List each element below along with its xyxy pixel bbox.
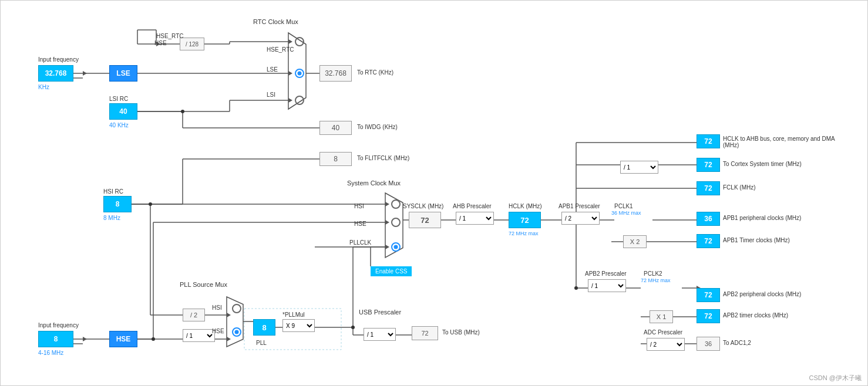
adc-val: 36 — [697, 337, 720, 351]
lsi-unit-label: 40 KHz — [109, 122, 129, 128]
fclk-val: 72 — [697, 181, 720, 195]
pll-hse-label: HSE — [212, 328, 224, 334]
apb1-periph-val: 36 — [697, 212, 720, 226]
hse-sys-mux-label: HSE — [354, 221, 366, 227]
adc-prescaler-label: ADC Prescaler — [644, 329, 682, 336]
apb1-prescaler-select[interactable]: / 2 — [561, 212, 600, 225]
main-container: RTC Clock Mux System Clock Mux PLL Sourc… — [0, 0, 868, 386]
apb2-prescaler-label: APB2 Prescaler — [585, 270, 627, 277]
ahb-prescaler-select[interactable]: / 1 — [456, 212, 494, 225]
to-iwdg-label: To IWDG (KHz) — [357, 124, 398, 130]
hclk-max-label: 72 MHz max — [509, 231, 539, 236]
adc-prescaler-select[interactable]: / 2 — [647, 338, 685, 351]
watermark: CSDN @伊木子曦 — [809, 374, 862, 382]
apb2-prescaler-select[interactable]: / 1 — [588, 279, 626, 292]
hclk-ahb-label: HCLK to AHB bus, core, memory and DMA (M… — [723, 136, 840, 148]
hse-unit-label: 4-16 MHz — [38, 350, 63, 356]
usb-prescaler-title: USB Prescaler — [359, 309, 401, 316]
enable-css-button[interactable]: Enable CSS — [371, 266, 412, 276]
hse-top-label: HSE — [154, 40, 167, 46]
input-freq-2-label: Input frequency — [38, 322, 79, 329]
apb2-periph-label: APB2 peripheral clocks (MHz) — [723, 291, 801, 297]
apb2-timer-label: APB2 timer clocks (MHz) — [723, 312, 788, 319]
pclk1-max-label: 36 MHz max — [611, 210, 641, 216]
cortex-val: 72 — [697, 158, 720, 172]
hclk-ahb-val: 72 — [697, 134, 720, 148]
apb2-periph-val: 72 — [697, 288, 720, 302]
lsi-val-box: 40 — [109, 103, 137, 120]
pll-div2-box: / 2 — [183, 309, 205, 321]
apb2-timer-val: 72 — [697, 309, 720, 323]
pll-div1-select[interactable]: / 1 — [183, 329, 215, 342]
lse-mux-label: LSE — [267, 66, 278, 73]
pll-val-box: 8 — [253, 319, 275, 336]
hse-freq-input[interactable]: 8 — [38, 331, 73, 347]
apb2-x1-box: X 1 — [650, 310, 673, 323]
pclk1-label: PCLK1 — [614, 203, 633, 209]
hclk-label: HCLK (MHz) — [509, 203, 542, 209]
system-clock-mux-title: System Clock Mux — [347, 180, 401, 187]
hse-rtc-mux-label: HSE_RTC — [267, 46, 294, 53]
pll-source-mux-title: PLL Source Mux — [180, 281, 227, 288]
input-freq-1-label: Input frequency — [38, 56, 79, 63]
pclk2-label: PCLK2 — [644, 270, 662, 277]
rtc-out-box: 32.768 — [319, 65, 352, 82]
flitfclk-out-box: 8 — [319, 152, 352, 166]
lsi-mux-label: LSI — [267, 92, 275, 98]
hsi-unit-label: 8 MHz — [103, 215, 120, 221]
ahb-prescaler-label: AHB Prescaler — [453, 203, 492, 209]
cortex-div-select[interactable]: / 1 — [620, 161, 658, 174]
lsi-rc-label: LSI RC — [109, 96, 128, 102]
pllclk-sys-mux-label: PLLCLK — [349, 239, 371, 246]
hclk-val-box: 72 — [509, 212, 541, 228]
to-flitfclk-label: To FLITFCLK (MHz) — [357, 155, 409, 161]
apb1-periph-label: APB1 peripheral clocks (MHz) — [723, 215, 801, 221]
rtc-clock-mux-title: RTC Clock Mux — [253, 18, 298, 25]
adc-label: To ADC1,2 — [723, 340, 751, 346]
apb1-prescaler-label: APB1 Prescaler — [559, 203, 600, 209]
pclk2-max-label: 72 MHz max — [641, 277, 671, 283]
div128-box: / 128 — [180, 38, 204, 50]
pll-text-label: PLL — [256, 340, 267, 346]
apb1-x2-box: X 2 — [623, 235, 647, 248]
to-usb-label: To USB (MHz) — [442, 329, 480, 336]
hsi-val-box: 8 — [103, 196, 132, 212]
sysclk-label: SYSCLK (MHz) — [403, 203, 443, 209]
lse-component: LSE — [109, 65, 137, 82]
pllmul-select[interactable]: X 9 — [282, 319, 315, 332]
lse-freq-input[interactable]: 32.768 — [38, 65, 73, 82]
lse-unit-label: KHz — [38, 84, 49, 90]
iwdg-out-box: 40 — [319, 121, 352, 135]
usb-out-box: 72 — [412, 326, 438, 340]
pll-hsi-label: HSI — [212, 304, 222, 311]
pllmul-label: *PLLMul — [282, 311, 305, 318]
hsi-rc-label: HSI RC — [103, 188, 123, 195]
fclk-label: FCLK (MHz) — [723, 184, 756, 191]
hsi-sys-mux-label: HSI — [354, 203, 364, 209]
to-rtc-label: To RTC (KHz) — [357, 69, 393, 76]
hse-rtc-line-label: HSE_RTC — [156, 33, 184, 39]
hse-component: HSE — [109, 331, 137, 347]
apb1-timer-label: APB1 Timer clocks (MHz) — [723, 237, 790, 243]
usb-div-select[interactable]: / 1 — [364, 328, 396, 341]
sysclk-val-box: 72 — [409, 212, 441, 228]
apb1-timer-val: 72 — [697, 234, 720, 248]
cortex-label: To Cortex System timer (MHz) — [723, 161, 802, 167]
